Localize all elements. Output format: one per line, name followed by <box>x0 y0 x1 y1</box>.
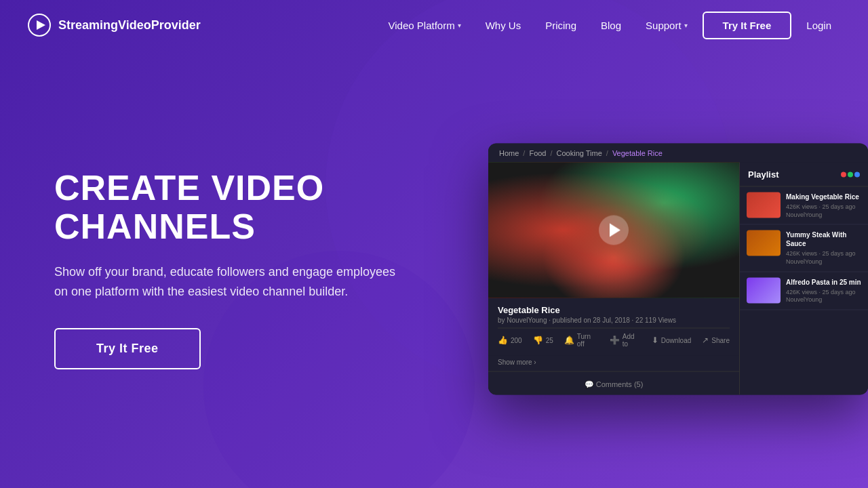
dot-green <box>848 171 853 177</box>
hero-section: CREATE VIDEO CHANNELS Show off your bran… <box>0 50 868 488</box>
playlist-item-channel-3: NouvelYoung <box>786 296 861 304</box>
playlist-item-3[interactable]: Alfredo Pasta in 25 min 426K views · 25 … <box>740 272 868 310</box>
hero-title: CREATE VIDEO CHANNELS <box>54 169 461 246</box>
mockup-body: Vegetable Rice by NouvelYoung · publishe… <box>488 163 868 395</box>
playlist-item-meta-3: 426K views · 25 days ago <box>786 288 861 296</box>
nav-pricing[interactable]: Pricing <box>536 14 586 37</box>
breadcrumb-food: Food <box>529 149 546 157</box>
nav-blog[interactable]: Blog <box>591 14 631 37</box>
nav-video-platform[interactable]: Video Platform ▾ <box>379 14 471 37</box>
playlist-item-title-1: Making Vegetable Rice <box>786 192 861 201</box>
dot-blue <box>854 171 860 177</box>
play-icon <box>610 224 620 237</box>
logo-icon <box>27 13 52 37</box>
playlist-item-title-3: Alfredo Pasta in 25 min <box>786 277 861 286</box>
breadcrumb-active: Vegetable Rice <box>612 149 663 157</box>
add-icon: ➕ <box>610 336 620 345</box>
show-more[interactable]: Show more › <box>488 356 739 371</box>
comments-text: 💬 Comments (5) <box>585 380 644 388</box>
nav-try-free-button[interactable]: Try It Free <box>703 12 792 39</box>
breadcrumb-home: Home <box>499 149 519 157</box>
playlist-item-2[interactable]: Yummy Steak With Sauce 426K views · 25 d… <box>740 225 868 272</box>
video-info: Vegetable Rice by NouvelYoung · publishe… <box>488 298 739 356</box>
video-actions: 👍 200 👎 25 🔔 Turn off ➕ <box>498 328 730 352</box>
playlist-sidebar: Playlist Making Vegetable Rice 426K view… <box>739 163 868 395</box>
thumbs-down-icon: 👎 <box>533 336 543 345</box>
breadcrumb-sep-1: / <box>523 149 525 157</box>
playlist-color-icon <box>841 171 860 177</box>
hero-content: CREATE VIDEO CHANNELS Show off your bran… <box>54 169 461 370</box>
nav-why-us[interactable]: Why Us <box>476 14 531 37</box>
video-mockup: Home / Food / Cooking Time / Vegetable R… <box>488 144 868 395</box>
playlist-title: Playlist <box>748 169 779 180</box>
svg-marker-1 <box>37 20 45 30</box>
download-icon: ⬇ <box>652 336 658 345</box>
comments-bar[interactable]: 💬 Comments (5) <box>488 371 739 395</box>
video-player[interactable] <box>488 163 739 298</box>
nav-support[interactable]: Support ▾ <box>636 14 697 37</box>
hero-cta-button[interactable]: Try It Free <box>54 328 201 369</box>
action-download[interactable]: ⬇ Download <box>652 333 691 348</box>
playlist-header: Playlist <box>740 163 868 187</box>
like-count: 200 <box>511 336 522 344</box>
dot-red <box>841 171 846 177</box>
mockup-breadcrumb: Home / Food / Cooking Time / Vegetable R… <box>488 144 868 163</box>
action-dislike[interactable]: 👎 25 <box>533 333 553 348</box>
dislike-count: 25 <box>546 336 553 344</box>
breadcrumb-sep-3: / <box>606 149 608 157</box>
playlist-thumb-3 <box>747 277 781 303</box>
playlist-thumb-1 <box>747 192 781 218</box>
turn-off-icon: 🔔 <box>564 336 574 345</box>
thumbs-up-icon: 👍 <box>498 336 508 345</box>
playlist-item-title-2: Yummy Steak With Sauce <box>786 230 861 248</box>
playlist-item-1[interactable]: Making Vegetable Rice 426K views · 25 da… <box>740 187 868 225</box>
playlist-item-meta-1: 426K views · 25 days ago <box>786 203 861 211</box>
action-add-to[interactable]: ➕ Add to <box>610 333 641 348</box>
share-icon: ↗ <box>702 336 709 345</box>
chevron-down-icon-support: ▾ <box>684 22 688 29</box>
brand-name: StreamingVideoProvider <box>58 18 201 33</box>
nav-login[interactable]: Login <box>797 14 841 37</box>
action-turn-off[interactable]: 🔔 Turn off <box>564 333 599 348</box>
action-like[interactable]: 👍 200 <box>498 333 522 348</box>
playlist-item-info-2: Yummy Steak With Sauce 426K views · 25 d… <box>786 230 861 266</box>
nav-links: Video Platform ▾ Why Us Pricing Blog Sup… <box>379 12 841 39</box>
video-area: Vegetable Rice by NouvelYoung · publishe… <box>488 163 739 395</box>
play-button[interactable] <box>599 216 629 245</box>
action-share[interactable]: ↗ Share <box>702 333 730 348</box>
playlist-thumb-2 <box>747 230 781 256</box>
navbar: StreamingVideoProvider Video Platform ▾ … <box>0 0 868 50</box>
comment-icon: 💬 <box>585 380 594 388</box>
playlist-item-info-1: Making Vegetable Rice 426K views · 25 da… <box>786 192 861 219</box>
hero-description: Show off your brand, educate followers a… <box>54 262 407 302</box>
breadcrumb-sep-2: / <box>550 149 552 157</box>
playlist-item-info-3: Alfredo Pasta in 25 min 426K views · 25 … <box>786 277 861 304</box>
playlist-item-channel-1: NouvelYoung <box>786 211 861 219</box>
chevron-down-icon: ▾ <box>458 22 461 29</box>
video-meta: by NouvelYoung · published on 28 Jul, 20… <box>498 317 730 324</box>
breadcrumb-cooking: Cooking Time <box>557 149 602 157</box>
playlist-item-channel-2: NouvelYoung <box>786 258 861 266</box>
playlist-item-meta-2: 426K views · 25 days ago <box>786 250 861 258</box>
logo[interactable]: StreamingVideoProvider <box>27 13 201 37</box>
video-title: Vegetable Rice <box>498 305 730 315</box>
